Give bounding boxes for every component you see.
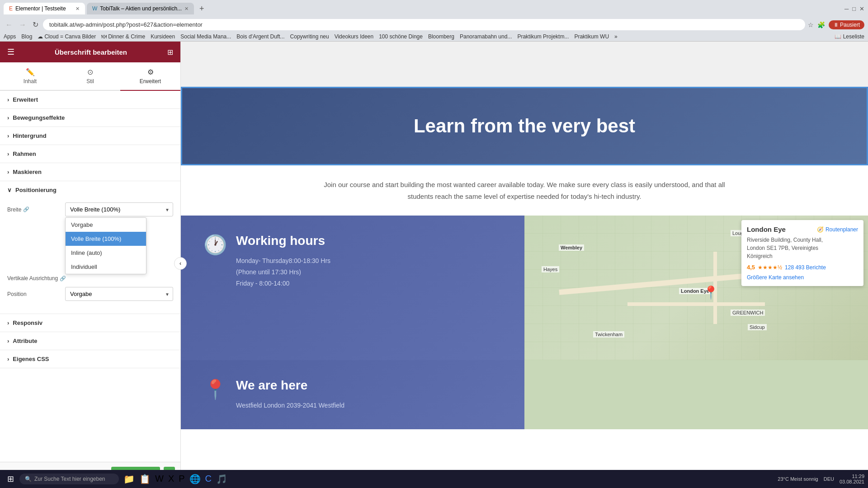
start-button[interactable]: ⊞ <box>4 472 18 486</box>
taskbar-task-icon[interactable]: 📋 <box>138 473 151 485</box>
address-icons: ☆ 🧩 ⏸ Pausiert <box>808 20 864 29</box>
bookmark-apps[interactable]: Apps <box>4 33 16 40</box>
bigger-map-link[interactable]: Größere Karte ansehen <box>747 274 858 281</box>
working-hours-section: 🕐 Working hours Monday- Thursday8:00-18:… <box>181 216 524 360</box>
hamburger-icon[interactable]: ☰ <box>7 47 14 57</box>
bookmark-kursideen[interactable]: Kursideen <box>151 33 175 40</box>
section-positionierung: ∨ Positionierung Breite 🔗 <box>0 181 180 314</box>
popup-title: London Eye <box>747 225 786 233</box>
taskbar-language: DEU <box>824 476 834 482</box>
rating-number: 4,5 <box>747 264 755 271</box>
section-rahmen: › Rahmen <box>0 145 180 163</box>
breite-select[interactable]: Volle Breite (100%) <box>65 202 173 216</box>
directions-icon: 🧭 <box>817 226 824 233</box>
section-positionierung-header[interactable]: ∨ Positionierung <box>0 181 180 199</box>
minimize-button[interactable]: ─ <box>844 5 849 12</box>
taskbar-chrome-icon[interactable]: C <box>204 473 212 485</box>
vertikale-link-icon: 🔗 <box>60 276 66 282</box>
taskbar-excel-icon[interactable]: X <box>167 473 175 485</box>
breite-dropdown-menu: Vorgabe Volle Breite (100%) Inline (auto… <box>65 217 146 274</box>
section-responsiv-header[interactable]: › Responsiv <box>0 314 180 332</box>
bookmark-social[interactable]: Social Media Mana... <box>180 33 231 40</box>
map-label-twickenham: Twickenham <box>593 331 624 338</box>
pause-button[interactable]: ⏸ Pausiert <box>829 20 864 29</box>
more-bookmarks[interactable]: » <box>614 33 618 40</box>
dropdown-item-inline[interactable]: Inline (auto) <box>66 246 146 260</box>
maximize-button[interactable]: □ <box>852 5 856 12</box>
working-hours-title: Working hours <box>236 234 330 248</box>
tab-tobitalk[interactable]: W TobiTalk – Aktien und persönlich... ✕ <box>87 3 194 14</box>
reading-list[interactable]: 📖 Leseliste <box>835 33 864 40</box>
tab-elementor[interactable]: E Elementor | Testseite ✕ <box>4 3 85 14</box>
learn-desc-section: Join our course and start building the m… <box>181 165 868 216</box>
chevron-right-icon6: › <box>7 319 9 326</box>
taskbar-spotify-icon[interactable]: 🎵 <box>215 473 228 485</box>
stars-icon: ★★★★½ <box>758 264 782 271</box>
tab-inhalt[interactable]: ✏️ Inhalt <box>0 62 60 91</box>
bookmark-icon[interactable]: ☆ <box>808 21 814 28</box>
section-maskieren-header[interactable]: › Maskieren <box>0 163 180 181</box>
bottom-grid: 📍 We are here Westfield London 2039-2041… <box>181 360 868 429</box>
new-tab-button[interactable]: + <box>196 3 208 14</box>
taskbar-search[interactable]: 🔍 Zur Suche Text hier eingeben <box>19 474 119 484</box>
bookmark-blog[interactable]: Blog <box>21 33 32 40</box>
grid-icon[interactable]: ⊞ <box>167 48 173 56</box>
map-pin: 📍 <box>703 285 719 300</box>
clock-icon: 🕐 <box>203 234 227 256</box>
tab-close-elementor[interactable]: ✕ <box>75 6 80 12</box>
pencil-icon: ✏️ <box>26 68 35 76</box>
taskbar-right: 23°C Meist sonnig DEU 11:29 03.08.2021 <box>778 474 864 484</box>
we-are-here-address: Westfield London 2039-2041 Westfield <box>236 400 344 411</box>
taskbar-files-icon[interactable]: 📁 <box>123 473 136 485</box>
tab-stil[interactable]: ⊙ Stil <box>60 62 120 91</box>
extension-icon[interactable]: 🧩 <box>817 21 825 28</box>
section-bewegungseffekte-header[interactable]: › Bewegungseffekte <box>0 109 180 127</box>
taskbar-word-icon[interactable]: W <box>154 473 165 485</box>
dropdown-item-individuell[interactable]: Individuell <box>66 260 146 274</box>
section-hintergrund-header[interactable]: › Hintergrund <box>0 127 180 145</box>
bookmark-panorama[interactable]: Panoramabahn und... <box>460 33 512 40</box>
review-count[interactable]: 128 493 Berichte <box>785 264 826 271</box>
section-eigenes-css-header[interactable]: › Eigenes CSS <box>0 350 180 368</box>
location-pin-icon: 📍 <box>203 378 227 400</box>
we-are-here-text: We are here Westfield London 2039-2041 W… <box>236 378 344 411</box>
bookmark-video[interactable]: Videokurs Ideen <box>335 33 374 40</box>
sidebar-collapse-button[interactable]: ‹ <box>174 257 187 270</box>
bookmark-bloomberg[interactable]: Bloomberg <box>428 33 454 40</box>
chevron-right-icon4: › <box>7 150 9 157</box>
bookmark-praktikum1[interactable]: Praktikum Projektm... <box>517 33 569 40</box>
tab-close-tobitalk[interactable]: ✕ <box>184 6 189 12</box>
address-input[interactable] <box>43 19 805 30</box>
bottom-map <box>524 360 868 429</box>
bookmark-praktikum2[interactable]: Praktikum WU <box>574 33 609 40</box>
taskbar-powerpoint-icon[interactable]: P <box>178 473 185 485</box>
bookmark-dinner[interactable]: 🍽 Dinner & Crime <box>101 33 145 40</box>
popup-directions[interactable]: 🧭 Routenplaner <box>817 226 858 233</box>
sidebar-header-icons: ⊞ <box>167 48 173 56</box>
section-bewegungseffekte: › Bewegungseffekte <box>0 109 180 127</box>
back-button[interactable]: ← <box>4 20 14 30</box>
chevron-right-icon2: › <box>7 114 9 121</box>
position-label: Position <box>7 291 61 297</box>
title-bar: E Elementor | Testseite ✕ W TobiTalk – A… <box>0 0 868 17</box>
bookmark-cloud[interactable]: ☁ Cloud = Canva Bilder <box>38 33 96 40</box>
bookmark-100[interactable]: 100 schöne Dinge <box>379 33 423 40</box>
position-select[interactable]: Vorgabe <box>65 287 173 301</box>
section-erweitert: › Erweitert <box>0 91 180 109</box>
gear-icon: ⚙ <box>147 68 154 76</box>
section-rahmen-header[interactable]: › Rahmen <box>0 145 180 163</box>
forward-button[interactable]: → <box>17 20 28 30</box>
breite-field-row: Breite 🔗 Volle Breite (100%) ▼ <box>7 202 173 216</box>
dropdown-item-vorgabe[interactable]: Vorgabe <box>66 218 146 232</box>
section-hintergrund: › Hintergrund <box>0 127 180 145</box>
sidebar-tabs: ✏️ Inhalt ⊙ Stil ⚙ Erweitert <box>0 62 180 91</box>
bookmark-bois[interactable]: Bois d'Argent Duft... <box>236 33 284 40</box>
dropdown-item-volle-breite[interactable]: Volle Breite (100%) <box>66 232 146 246</box>
tab-erweitert[interactable]: ⚙ Erweitert <box>120 62 180 91</box>
reload-button[interactable]: ↻ <box>31 19 40 30</box>
section-erweitert-header[interactable]: › Erweitert <box>0 91 180 108</box>
section-attribute-header[interactable]: › Attribute <box>0 332 180 350</box>
close-button[interactable]: ✕ <box>859 5 864 12</box>
bookmark-copy[interactable]: Copywriting neu <box>290 33 329 40</box>
taskbar-edge-icon[interactable]: 🌐 <box>189 473 202 485</box>
